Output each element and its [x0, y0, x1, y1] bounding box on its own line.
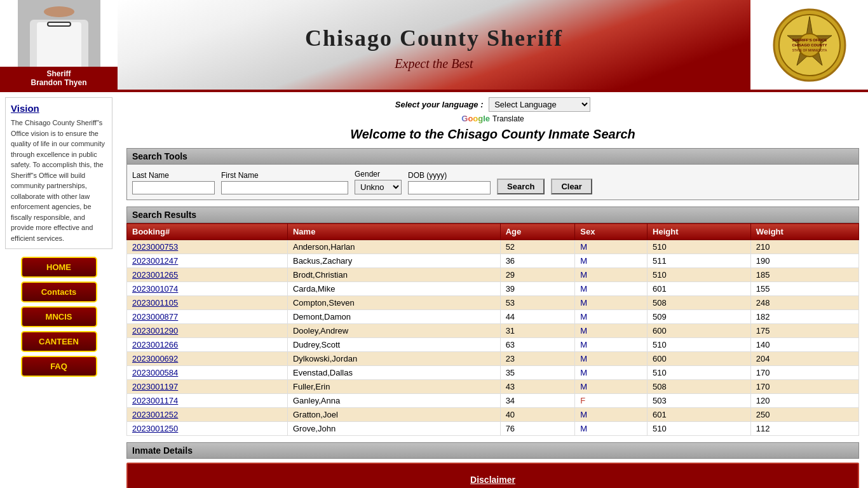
- sheriff-photo: [18, 0, 100, 67]
- inmate-height: 510: [648, 240, 751, 254]
- inmate-height: 510: [648, 268, 751, 282]
- table-row: 2023000753Anderson,Harlan52M510210: [127, 240, 859, 254]
- booking-link[interactable]: 2023000584: [132, 368, 178, 377]
- inmate-age: 53: [500, 296, 575, 310]
- inmate-name: Dylkowski,Jordan: [287, 352, 500, 366]
- booking-link[interactable]: 2023000692: [132, 354, 178, 363]
- inmate-age: 36: [500, 254, 575, 268]
- google-logo: Google: [461, 114, 490, 123]
- inmate-details-section: Inmate Details Disclaimer The Chisago Co…: [126, 442, 859, 488]
- nav-faq-button[interactable]: FAQ: [21, 356, 97, 377]
- sidebar: Vision The Chisago County Sheriff"s Offi…: [0, 92, 118, 488]
- inmate-sex: F: [575, 394, 648, 408]
- language-select[interactable]: Select LanguageAfrikaansAlbanianArabicAr…: [489, 97, 590, 112]
- booking-link[interactable]: 2023001197: [132, 382, 178, 391]
- inmate-name: Fuller,Erin: [287, 380, 500, 394]
- sidebar-content: Vision The Chisago County Sheriff"s Offi…: [0, 92, 118, 386]
- dob-input[interactable]: [408, 181, 491, 194]
- results-table-body: 2023000753Anderson,Harlan52M510210202300…: [127, 240, 859, 436]
- inmate-sex: M: [575, 366, 648, 380]
- table-row: 2023001197Fuller,Erin43M508170: [127, 380, 859, 394]
- header-photo-column: Sheriff Brandon Thyen: [0, 0, 118, 90]
- svg-text:CHISAGO COUNTY: CHISAGO COUNTY: [792, 43, 827, 47]
- language-label: Select your language :: [395, 100, 484, 109]
- nav-home-button[interactable]: HOME: [21, 257, 97, 278]
- inmate-name: Dudrey,Scott: [287, 338, 500, 352]
- inmate-height: 511: [648, 254, 751, 268]
- clear-button[interactable]: Clear: [551, 179, 592, 194]
- booking-link[interactable]: 2023000753: [132, 242, 178, 252]
- booking-link[interactable]: 2023001290: [132, 326, 178, 336]
- inmate-weight: 248: [750, 296, 858, 310]
- inmate-weight: 250: [750, 408, 858, 422]
- language-bar: Select your language : Select LanguageAf…: [126, 97, 859, 123]
- inmate-weight: 120: [750, 394, 858, 408]
- dob-field-group: DOB (yyyy): [408, 171, 491, 194]
- table-row: 2023001265Brodt,Christian29M510185: [127, 268, 859, 282]
- inmate-name: Anderson,Harlan: [287, 240, 500, 254]
- booking-link[interactable]: 2023001265: [132, 270, 178, 280]
- col-name: Name: [287, 224, 500, 240]
- header-badge-column: SHERIFF'S OFFICE CHISAGO COUNTY STATE OF…: [750, 0, 868, 90]
- gender-select[interactable]: Unkno Male Female: [355, 180, 402, 194]
- table-row: 2023001247Backus,Zachary36M511190: [127, 254, 859, 268]
- search-tools-body: Last Name First Name Gender Unkno Male F…: [126, 165, 859, 200]
- search-tools-section: Search Tools Last Name First Name Gender…: [126, 148, 859, 200]
- page-title: Welcome to the Chisago County Inmate Sea…: [126, 127, 859, 142]
- search-button[interactable]: Search: [497, 179, 545, 194]
- inmate-name: Carda,Mike: [287, 282, 500, 296]
- search-results-header: Search Results: [126, 207, 859, 223]
- inmate-weight: 140: [750, 338, 858, 352]
- inmate-name: Gratton,Joel: [287, 408, 500, 422]
- inmate-height: 508: [648, 296, 751, 310]
- inmate-height: 510: [648, 422, 751, 436]
- inmate-age: 52: [500, 240, 575, 254]
- inmate-age: 76: [500, 422, 575, 436]
- inmate-height: 508: [648, 380, 751, 394]
- booking-link[interactable]: 2023001074: [132, 284, 178, 294]
- booking-link[interactable]: 2023000877: [132, 312, 178, 322]
- inmate-weight: 182: [750, 310, 858, 324]
- inmate-height: 600: [648, 324, 751, 338]
- inmate-weight: 190: [750, 254, 858, 268]
- inmate-sex: M: [575, 254, 648, 268]
- inmate-name: Backus,Zachary: [287, 254, 500, 268]
- inmate-sex: M: [575, 380, 648, 394]
- nav-contacts-button[interactable]: Contacts: [21, 281, 97, 302]
- booking-link[interactable]: 2023001252: [132, 410, 178, 419]
- col-booking: Booking#: [127, 224, 288, 240]
- booking-link[interactable]: 2023001266: [132, 340, 178, 349]
- inmate-height: 601: [648, 282, 751, 296]
- inmate-name: Dooley,Andrew: [287, 324, 500, 338]
- nav-mncis-button[interactable]: MNCIS: [21, 306, 97, 327]
- page-header: Sheriff Brandon Thyen Chisago County She…: [0, 0, 868, 92]
- disclaimer-box: Disclaimer The Chisago County Sheriff"s …: [126, 463, 859, 488]
- inmate-height: 510: [648, 338, 751, 352]
- table-row: 2023001250Grove,John76M510112: [127, 422, 859, 436]
- inmate-height: 509: [648, 310, 751, 324]
- table-row: 2023001252Gratton,Joel40M601250: [127, 408, 859, 422]
- inmate-sex: M: [575, 422, 648, 436]
- table-row: 2023000692Dylkowski,Jordan23M600204: [127, 352, 859, 366]
- inmate-height: 600: [648, 352, 751, 366]
- col-sex: Sex: [575, 224, 648, 240]
- booking-link[interactable]: 2023001174: [132, 396, 178, 405]
- inmate-age: 31: [500, 324, 575, 338]
- col-height: Height: [648, 224, 751, 240]
- google-translate-bar: Google Translate: [126, 114, 859, 123]
- sheriff-name: Sheriff Brandon Thyen: [0, 67, 118, 90]
- booking-link[interactable]: 2023001250: [132, 424, 178, 433]
- booking-link[interactable]: 2023001247: [132, 256, 178, 266]
- last-name-input[interactable]: [132, 181, 215, 194]
- search-tools-header: Search Tools: [126, 148, 859, 165]
- inmate-name: Compton,Steven: [287, 296, 500, 310]
- booking-link[interactable]: 2023001105: [132, 298, 178, 308]
- inmate-weight: 204: [750, 352, 858, 366]
- table-row: 2023001174Ganley,Anna34F503120: [127, 394, 859, 408]
- inmate-height: 510: [648, 366, 751, 380]
- table-row: 2023001290Dooley,Andrew31M600175: [127, 324, 859, 338]
- svg-text:SHERIFF'S OFFICE: SHERIFF'S OFFICE: [792, 38, 827, 42]
- inmate-age: 29: [500, 268, 575, 282]
- nav-canteen-button[interactable]: CANTEEN: [21, 331, 97, 352]
- first-name-input[interactable]: [221, 181, 348, 194]
